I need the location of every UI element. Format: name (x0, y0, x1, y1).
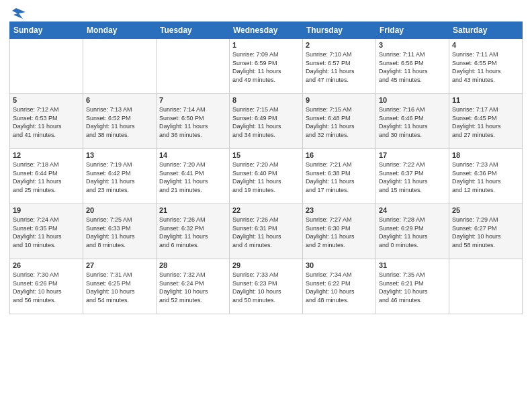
day-info: Sunrise: 7:21 AM Sunset: 6:38 PM Dayligh… (306, 161, 373, 194)
calendar-week-row: 5Sunrise: 7:12 AM Sunset: 6:53 PM Daylig… (10, 94, 523, 149)
day-number: 29 (232, 261, 300, 269)
table-row: 26Sunrise: 7:30 AM Sunset: 6:26 PM Dayli… (10, 259, 83, 314)
table-row: 22Sunrise: 7:26 AM Sunset: 6:31 PM Dayli… (230, 204, 303, 259)
day-number: 20 (86, 206, 153, 214)
day-info: Sunrise: 7:31 AM Sunset: 6:25 PM Dayligh… (86, 271, 153, 304)
table-row: 16Sunrise: 7:21 AM Sunset: 6:38 PM Dayli… (303, 149, 376, 204)
table-row: 25Sunrise: 7:29 AM Sunset: 6:27 PM Dayli… (449, 204, 523, 259)
day-info: Sunrise: 7:13 AM Sunset: 6:52 PM Dayligh… (86, 105, 153, 139)
day-number: 15 (232, 151, 300, 159)
table-row: 5Sunrise: 7:12 AM Sunset: 6:53 PM Daylig… (10, 94, 83, 149)
day-number: 1 (232, 41, 300, 49)
day-info: Sunrise: 7:32 AM Sunset: 6:24 PM Dayligh… (159, 271, 226, 304)
day-info: Sunrise: 7:16 AM Sunset: 6:46 PM Dayligh… (379, 105, 446, 139)
table-row: 21Sunrise: 7:26 AM Sunset: 6:32 PM Dayli… (157, 204, 230, 259)
day-number: 27 (86, 261, 153, 269)
day-info: Sunrise: 7:19 AM Sunset: 6:42 PM Dayligh… (86, 161, 153, 194)
day-number: 26 (13, 261, 80, 269)
day-info: Sunrise: 7:11 AM Sunset: 6:56 PM Dayligh… (379, 50, 446, 84)
day-number: 17 (379, 151, 446, 159)
day-number: 14 (159, 151, 226, 159)
table-row: 14Sunrise: 7:20 AM Sunset: 6:41 PM Dayli… (157, 149, 230, 204)
logo (9, 7, 26, 17)
day-number: 12 (13, 151, 80, 159)
day-number: 10 (379, 96, 446, 104)
table-row: 6Sunrise: 7:13 AM Sunset: 6:52 PM Daylig… (83, 94, 157, 149)
day-info: Sunrise: 7:18 AM Sunset: 6:44 PM Dayligh… (13, 161, 80, 194)
calendar-week-row: 26Sunrise: 7:30 AM Sunset: 6:26 PM Dayli… (10, 259, 523, 314)
day-number: 24 (379, 206, 446, 214)
day-info: Sunrise: 7:15 AM Sunset: 6:49 PM Dayligh… (232, 105, 300, 139)
day-info: Sunrise: 7:33 AM Sunset: 6:23 PM Dayligh… (232, 271, 300, 304)
day-info: Sunrise: 7:17 AM Sunset: 6:45 PM Dayligh… (452, 105, 519, 139)
calendar: Sunday Monday Tuesday Wednesday Thursday… (9, 21, 523, 314)
day-number: 9 (306, 96, 373, 104)
day-info: Sunrise: 7:20 AM Sunset: 6:41 PM Dayligh… (159, 161, 226, 194)
table-row: 27Sunrise: 7:31 AM Sunset: 6:25 PM Dayli… (83, 259, 157, 314)
day-number: 30 (306, 261, 373, 269)
day-number: 3 (379, 41, 446, 49)
weekday-header-row: Sunday Monday Tuesday Wednesday Thursday… (10, 22, 523, 39)
day-info: Sunrise: 7:09 AM Sunset: 6:59 PM Dayligh… (232, 50, 300, 84)
table-row: 7Sunrise: 7:14 AM Sunset: 6:50 PM Daylig… (157, 94, 230, 149)
table-row: 15Sunrise: 7:20 AM Sunset: 6:40 PM Dayli… (230, 149, 303, 204)
table-row: 30Sunrise: 7:34 AM Sunset: 6:22 PM Dayli… (303, 259, 376, 314)
table-row (157, 39, 230, 94)
table-row (449, 259, 523, 314)
day-number: 8 (232, 96, 300, 104)
table-row: 28Sunrise: 7:32 AM Sunset: 6:24 PM Dayli… (157, 259, 230, 314)
svg-marker-0 (12, 8, 26, 19)
table-row: 20Sunrise: 7:25 AM Sunset: 6:33 PM Dayli… (83, 204, 157, 259)
day-info: Sunrise: 7:25 AM Sunset: 6:33 PM Dayligh… (86, 216, 153, 249)
table-row: 24Sunrise: 7:28 AM Sunset: 6:29 PM Dayli… (376, 204, 449, 259)
table-row (10, 39, 83, 94)
day-info: Sunrise: 7:26 AM Sunset: 6:32 PM Dayligh… (159, 216, 226, 249)
day-info: Sunrise: 7:35 AM Sunset: 6:21 PM Dayligh… (379, 271, 446, 304)
day-number: 4 (452, 41, 519, 49)
day-info: Sunrise: 7:12 AM Sunset: 6:53 PM Dayligh… (13, 105, 80, 139)
col-tuesday: Tuesday (157, 22, 230, 39)
day-info: Sunrise: 7:11 AM Sunset: 6:55 PM Dayligh… (452, 50, 519, 84)
table-row: 2Sunrise: 7:10 AM Sunset: 6:57 PM Daylig… (303, 39, 376, 94)
day-info: Sunrise: 7:27 AM Sunset: 6:30 PM Dayligh… (306, 216, 373, 249)
calendar-week-row: 12Sunrise: 7:18 AM Sunset: 6:44 PM Dayli… (10, 149, 523, 204)
table-row: 23Sunrise: 7:27 AM Sunset: 6:30 PM Dayli… (303, 204, 376, 259)
day-number: 28 (159, 261, 226, 269)
day-info: Sunrise: 7:26 AM Sunset: 6:31 PM Dayligh… (232, 216, 300, 249)
day-info: Sunrise: 7:14 AM Sunset: 6:50 PM Dayligh… (159, 105, 226, 139)
col-wednesday: Wednesday (230, 22, 303, 39)
table-row: 10Sunrise: 7:16 AM Sunset: 6:46 PM Dayli… (376, 94, 449, 149)
day-info: Sunrise: 7:34 AM Sunset: 6:22 PM Dayligh… (306, 271, 373, 304)
table-row: 3Sunrise: 7:11 AM Sunset: 6:56 PM Daylig… (376, 39, 449, 94)
table-row: 8Sunrise: 7:15 AM Sunset: 6:49 PM Daylig… (230, 94, 303, 149)
day-number: 31 (379, 261, 446, 269)
day-number: 13 (86, 151, 153, 159)
day-number: 11 (452, 96, 519, 104)
table-row: 29Sunrise: 7:33 AM Sunset: 6:23 PM Dayli… (230, 259, 303, 314)
table-row: 13Sunrise: 7:19 AM Sunset: 6:42 PM Dayli… (83, 149, 157, 204)
day-number: 7 (159, 96, 226, 104)
day-number: 2 (306, 41, 373, 49)
table-row: 11Sunrise: 7:17 AM Sunset: 6:45 PM Dayli… (449, 94, 523, 149)
day-info: Sunrise: 7:28 AM Sunset: 6:29 PM Dayligh… (379, 216, 446, 249)
table-row: 1Sunrise: 7:09 AM Sunset: 6:59 PM Daylig… (230, 39, 303, 94)
day-info: Sunrise: 7:22 AM Sunset: 6:37 PM Dayligh… (379, 161, 446, 194)
calendar-week-row: 19Sunrise: 7:24 AM Sunset: 6:35 PM Dayli… (10, 204, 523, 259)
day-info: Sunrise: 7:30 AM Sunset: 6:26 PM Dayligh… (13, 271, 80, 304)
day-info: Sunrise: 7:10 AM Sunset: 6:57 PM Dayligh… (306, 50, 373, 84)
day-number: 19 (13, 206, 80, 214)
day-number: 18 (452, 151, 519, 159)
col-thursday: Thursday (303, 22, 376, 39)
table-row: 4Sunrise: 7:11 AM Sunset: 6:55 PM Daylig… (449, 39, 523, 94)
table-row: 19Sunrise: 7:24 AM Sunset: 6:35 PM Dayli… (10, 204, 83, 259)
day-info: Sunrise: 7:15 AM Sunset: 6:48 PM Dayligh… (306, 105, 373, 139)
day-number: 16 (306, 151, 373, 159)
day-info: Sunrise: 7:20 AM Sunset: 6:40 PM Dayligh… (232, 161, 300, 194)
logo-bird-icon (11, 7, 26, 20)
header (9, 7, 523, 17)
table-row: 31Sunrise: 7:35 AM Sunset: 6:21 PM Dayli… (376, 259, 449, 314)
col-sunday: Sunday (10, 22, 83, 39)
day-number: 22 (232, 206, 300, 214)
day-number: 6 (86, 96, 153, 104)
day-info: Sunrise: 7:29 AM Sunset: 6:27 PM Dayligh… (452, 216, 519, 249)
